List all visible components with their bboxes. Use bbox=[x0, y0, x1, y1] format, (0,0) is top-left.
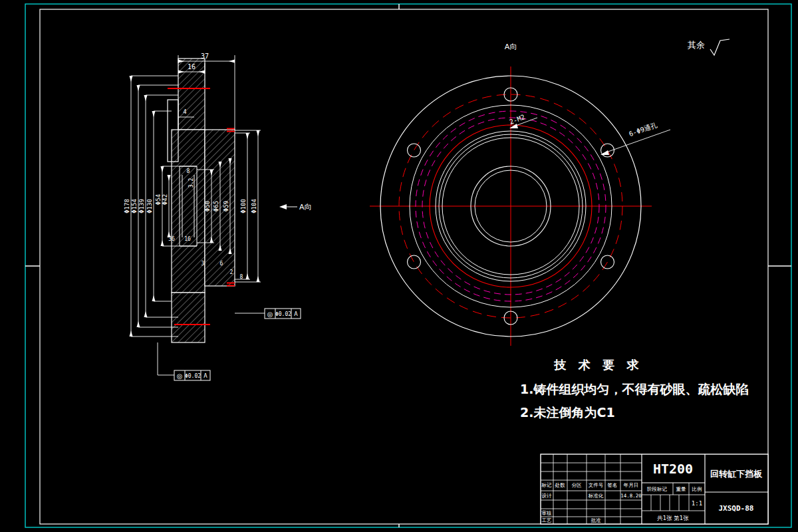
front-view-label: A向 bbox=[505, 43, 517, 51]
row-standardization: 标准化 bbox=[588, 493, 604, 499]
sheet-info: 共1张 第1张 bbox=[656, 515, 689, 521]
view-direction-arrow-label: A向 bbox=[299, 203, 312, 211]
cad-canvas: 其余 bbox=[0, 0, 798, 532]
tolerance-datum: A bbox=[203, 372, 207, 379]
dim-8b: 8 bbox=[240, 274, 243, 280]
scale-value: 1:1 bbox=[692, 500, 702, 507]
dim-4: 4 bbox=[183, 108, 186, 115]
tech-req-title: 技 术 要 求 bbox=[554, 358, 643, 372]
tolerance-frame-2: ◎ Φ0.02 A bbox=[158, 342, 210, 380]
dim-phi178: Φ178 bbox=[124, 199, 130, 213]
tolerance-datum: A bbox=[294, 311, 298, 317]
date-value: 14.8.20 bbox=[620, 493, 642, 499]
header-count: 处数 bbox=[555, 482, 566, 488]
dim-phi154: Φ154 bbox=[131, 199, 138, 213]
dim-phi65: Φ65 bbox=[213, 201, 219, 211]
title-block: HT200 回转缸下挡板 JXSQD-88 标记 处数 分区 文件号 签名 年月… bbox=[541, 454, 768, 524]
dim-6: 6 bbox=[220, 261, 223, 267]
dim-16: 16 bbox=[188, 63, 196, 70]
dim-37: 37 bbox=[201, 53, 209, 60]
tolerance-value: Φ0.02 bbox=[185, 373, 201, 379]
dim-phi100: Φ100 bbox=[240, 199, 247, 213]
tech-req-item-2: 2.未注倒角为C1 bbox=[520, 405, 615, 420]
holes-callout: 6-Φ9通孔 bbox=[600, 121, 670, 155]
surface-note-label: 其余 bbox=[688, 40, 705, 50]
dim-3p2: 3.2 bbox=[188, 178, 194, 188]
drawing-sheet: 其余 bbox=[0, 0, 798, 532]
label-weight: 重量 bbox=[676, 486, 687, 492]
dim-8a: 8 bbox=[187, 168, 190, 174]
label-scale: 比例 bbox=[692, 486, 702, 492]
dim-phi59: Φ59 bbox=[223, 201, 229, 211]
dim-phi130: Φ130 bbox=[146, 199, 153, 213]
dim-3: 3 bbox=[201, 261, 205, 267]
header-mark: 标记 bbox=[541, 482, 553, 488]
section-view: 37 16 4 Φ178 Φ154 Φ139 Φ130 Φ54 Φ42 bbox=[124, 53, 312, 380]
dim-phi42: Φ42 bbox=[162, 194, 168, 205]
roughness-symbol-icon bbox=[710, 39, 730, 55]
header-zone: 分区 bbox=[572, 482, 583, 488]
dim-2: 2 bbox=[230, 269, 233, 275]
tech-requirements: 技 术 要 求 1.铸件组织均匀，不得有砂眼、疏松缺陷 2.未注倒角为C1 bbox=[520, 358, 748, 420]
dim-phi54: Φ54 bbox=[155, 194, 162, 205]
row-approve: 批准 bbox=[591, 517, 602, 523]
header-signature: 签名 bbox=[608, 482, 618, 488]
dim-16b: 16 bbox=[184, 236, 191, 242]
bolt-hole bbox=[408, 255, 421, 269]
front-view-centerlines bbox=[370, 66, 652, 346]
tolerance-frame-1: ◎ Φ0.02 A bbox=[235, 309, 301, 319]
label-stage-mark: 阶段标记 bbox=[647, 486, 668, 492]
concentricity-icon: ◎ bbox=[267, 311, 273, 318]
view-direction-arrow: A向 bbox=[279, 203, 312, 211]
header-date: 年月日 bbox=[623, 482, 639, 488]
drawing-number: JXSQD-88 bbox=[719, 504, 754, 513]
part-name: 回转缸下挡板 bbox=[710, 469, 763, 479]
tolerance-value: Φ0.02 bbox=[275, 311, 291, 317]
row-design: 设计 bbox=[542, 493, 553, 499]
surface-finish-note: 其余 bbox=[688, 39, 730, 55]
bolt-hole bbox=[601, 255, 614, 269]
dim-phi139: Φ139 bbox=[138, 199, 145, 213]
row-check: 审核 bbox=[542, 510, 553, 516]
dim-phi50: Φ50 bbox=[204, 201, 211, 211]
dim-36: 36 bbox=[168, 236, 175, 242]
dim-phi104: Φ104 bbox=[251, 199, 257, 213]
material-value: HT200 bbox=[653, 461, 693, 477]
bolt-hole bbox=[408, 144, 421, 157]
front-view: A向 bbox=[370, 43, 670, 346]
section-hatched-body bbox=[168, 59, 235, 342]
concentricity-icon: ◎ bbox=[177, 372, 183, 380]
row-process: 工艺 bbox=[542, 517, 553, 523]
holes-callout-label: 6-Φ9通孔 bbox=[628, 121, 658, 138]
header-file-no: 文件号 bbox=[589, 482, 604, 488]
tech-req-item-1: 1.铸件组织均匀，不得有砂眼、疏松缺陷 bbox=[520, 382, 748, 396]
